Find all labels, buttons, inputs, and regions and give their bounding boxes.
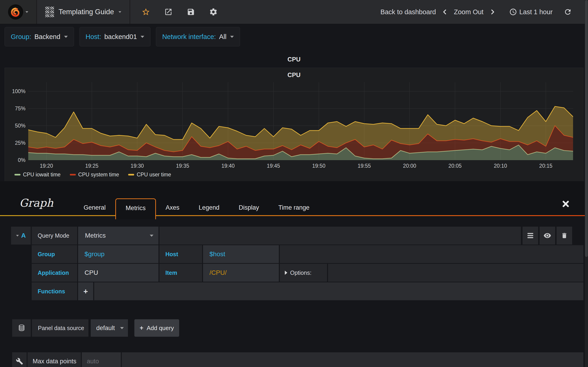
y-axis-tick-label: 50% xyxy=(9,123,26,129)
x-axis-tick-label: 20:10 xyxy=(494,163,507,169)
x-axis-tick-label: 19:55 xyxy=(358,163,371,169)
variable-dropdown-host[interactable]: Host: backend01 xyxy=(79,27,151,46)
x-axis-tick-label: 19:25 xyxy=(85,163,99,169)
query-toggle-visibility-button[interactable] xyxy=(540,227,555,244)
add-query-label: Add query xyxy=(147,325,174,332)
legend-swatch-yellow xyxy=(128,174,134,175)
x-axis-tick-label: 20:00 xyxy=(403,163,416,169)
application-input[interactable] xyxy=(78,269,158,277)
query-letter: A xyxy=(21,232,26,239)
tab-axes[interactable]: Axes xyxy=(156,199,189,216)
grafana-menu[interactable] xyxy=(0,0,37,24)
item-field-cell xyxy=(203,264,279,282)
editor-tabs: General Metrics Axes Legend Display Time… xyxy=(74,198,319,216)
x-axis-tick-label: 19:20 xyxy=(40,163,53,169)
options-toggle[interactable]: Options: xyxy=(280,264,327,282)
add-query-button[interactable]: + Add query xyxy=(134,319,179,337)
tab-metrics[interactable]: Metrics xyxy=(115,198,156,219)
tab-time-range[interactable]: Time range xyxy=(269,199,319,216)
wrench-icon-cell xyxy=(12,352,27,367)
share-icon[interactable] xyxy=(164,7,173,17)
max-data-points-cell xyxy=(82,352,121,367)
grafana-logo xyxy=(8,4,23,19)
group-field-cell xyxy=(78,245,158,263)
panel-type-title: Graph xyxy=(19,197,53,209)
x-axis-tick-label: 19:40 xyxy=(221,163,235,169)
page-scrollbar[interactable] xyxy=(585,0,588,367)
panel-header-title[interactable]: CPU xyxy=(0,56,588,63)
legend-label: CPU user time xyxy=(137,172,171,178)
max-data-points-label: Max data points xyxy=(27,352,81,367)
item-label: Item xyxy=(159,264,202,282)
application-field-cell xyxy=(78,264,158,282)
triangle-right-icon xyxy=(285,271,287,275)
tab-legend[interactable]: Legend xyxy=(189,199,229,216)
legend-item-user[interactable]: CPU user time xyxy=(128,172,171,178)
panel-editor-header: Graph General Metrics Axes Legend Displa… xyxy=(0,181,585,216)
chevron-down-icon xyxy=(150,235,153,237)
refresh-icon[interactable] xyxy=(564,8,572,16)
max-data-points-input[interactable] xyxy=(82,358,121,365)
tab-display[interactable]: Display xyxy=(229,199,269,216)
time-shift-right-icon[interactable] xyxy=(489,8,495,16)
dashboard-grid-icon xyxy=(45,7,54,17)
variable-label: Host: xyxy=(86,33,101,41)
gear-icon[interactable] xyxy=(209,7,218,17)
host-input[interactable] xyxy=(203,250,279,258)
close-icon[interactable] xyxy=(562,200,570,208)
query-mode-value: Metrics xyxy=(78,232,106,239)
legend-swatch-green xyxy=(15,174,20,175)
chevron-down-icon xyxy=(141,36,144,38)
chevron-down-icon xyxy=(26,11,28,13)
query-row-collapse[interactable]: A xyxy=(11,227,31,244)
host-label: Host xyxy=(159,245,202,263)
chart-title[interactable]: CPU xyxy=(5,68,583,79)
chart-plot-area[interactable] xyxy=(28,82,573,160)
graph-panel: CPU 0%25%50%75%100% 19:2019:2519:3019:35… xyxy=(5,68,583,181)
query-mode-select[interactable]: Metrics xyxy=(78,227,158,244)
item-input[interactable] xyxy=(203,269,279,277)
legend-label: CPU system time xyxy=(78,172,119,178)
template-variables-row: Group: Backend Host: backend01 Network i… xyxy=(5,27,240,46)
x-axis-tick-label: 20:15 xyxy=(539,163,553,169)
group-input[interactable] xyxy=(78,250,158,258)
query-menu-button[interactable] xyxy=(523,227,538,244)
query-row-filler xyxy=(280,245,583,263)
dashboard-title-menu[interactable]: Templating Guide xyxy=(37,0,130,24)
max-data-points-filler xyxy=(122,352,583,367)
variable-label: Network interface: xyxy=(162,33,216,41)
plus-icon: + xyxy=(83,287,88,296)
chevron-down-icon xyxy=(230,36,234,38)
save-icon[interactable] xyxy=(186,7,195,17)
database-icon xyxy=(18,324,26,332)
add-function-button[interactable]: + xyxy=(78,282,93,300)
chevron-down-icon xyxy=(119,11,121,13)
y-axis-tick-label: 25% xyxy=(9,140,26,146)
chevron-down-icon xyxy=(16,235,19,236)
stacked-area-chart xyxy=(28,82,573,160)
star-icon[interactable] xyxy=(141,7,150,17)
back-to-dashboard-link[interactable]: Back to dashboard xyxy=(380,8,436,16)
plus-icon: + xyxy=(140,324,143,332)
x-axis-tick-label: 19:50 xyxy=(312,163,326,169)
legend-item-system[interactable]: CPU system time xyxy=(70,172,119,178)
functions-row-filler xyxy=(94,282,583,300)
time-shift-left-icon[interactable] xyxy=(442,8,448,16)
legend-item-iowait[interactable]: CPU iowait time xyxy=(15,172,61,178)
group-label: Group xyxy=(32,245,77,263)
query-delete-button[interactable] xyxy=(556,227,572,244)
time-picker[interactable]: Last 1 hour xyxy=(519,8,553,16)
clock-icon xyxy=(509,8,517,16)
wrench-icon xyxy=(16,358,23,365)
query-row-filler xyxy=(159,227,521,244)
zoom-out-button[interactable]: Zoom Out xyxy=(454,8,484,16)
scrollbar-thumb[interactable] xyxy=(585,0,588,257)
tab-general[interactable]: General xyxy=(74,199,115,216)
datasource-select[interactable]: default xyxy=(91,319,128,337)
chevron-down-icon xyxy=(120,327,124,329)
variable-dropdown-group[interactable]: Group: Backend xyxy=(5,27,74,46)
legend-swatch-red xyxy=(70,174,76,175)
variable-dropdown-network-interface[interactable]: Network interface: All xyxy=(156,27,240,46)
x-axis-tick-label: 19:35 xyxy=(176,163,189,169)
functions-label: Functions xyxy=(32,282,77,300)
